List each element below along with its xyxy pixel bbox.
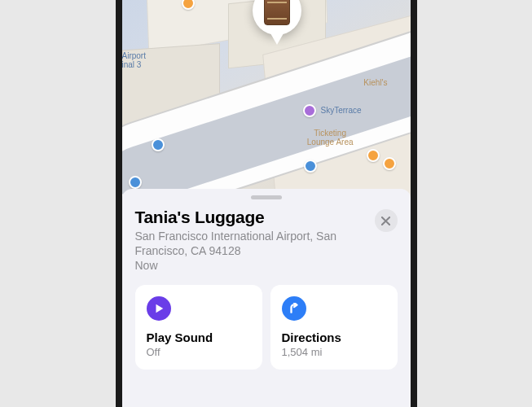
directions-icon (282, 296, 306, 321)
close-button[interactable] (375, 209, 398, 232)
close-icon (381, 217, 390, 225)
poi-kiehls[interactable]: Kiehl's (363, 78, 387, 87)
poi-airport-terminal[interactable]: Airport inal 3 (122, 51, 146, 69)
sheet-header-text: Tania's Luggage San Francisco Internatio… (135, 208, 367, 274)
play-sound-title: Play Sound (147, 330, 251, 344)
poi-skyterrace[interactable]: SkyTerrace (320, 106, 361, 115)
item-title: Tania's Luggage (135, 208, 367, 227)
sheet-header: Tania's Luggage San Francisco Internatio… (135, 208, 398, 274)
phone-screen: Yoga Room - Terminal 3 Mission Bar & Gri… (122, 0, 411, 407)
poi-dot-poi-icon[interactable] (367, 149, 380, 162)
directions-title: Directions (282, 330, 386, 344)
poi-dot-parking-icon[interactable] (129, 176, 142, 189)
directions-subtitle: 1,504 mi (282, 346, 386, 358)
poi-dot-info-icon[interactable] (304, 160, 317, 173)
sheet-grabber[interactable] (251, 195, 282, 199)
poi-dot-parking-icon[interactable] (152, 138, 165, 151)
detail-sheet[interactable]: Tania's Luggage San Francisco Internatio… (122, 189, 411, 407)
item-timestamp: Now (135, 258, 367, 273)
poi-dot-purple-icon[interactable] (303, 104, 316, 117)
luggage-icon (264, 0, 290, 25)
play-sound-subtitle: Off (147, 346, 251, 358)
play-sound-card[interactable]: Play Sound Off (135, 285, 262, 370)
action-cards: Play Sound Off Directions 1,504 mi (135, 285, 398, 370)
play-sound-icon (147, 296, 171, 321)
phone-frame: Yoga Room - Terminal 3 Mission Bar & Gri… (116, 0, 417, 407)
poi-dot-poi-icon[interactable] (383, 157, 396, 170)
poi-ticketing[interactable]: Ticketing Lounge Area (307, 129, 354, 147)
item-address: San Francisco International Airport, San… (135, 229, 367, 258)
directions-card[interactable]: Directions 1,504 mi (270, 285, 398, 370)
